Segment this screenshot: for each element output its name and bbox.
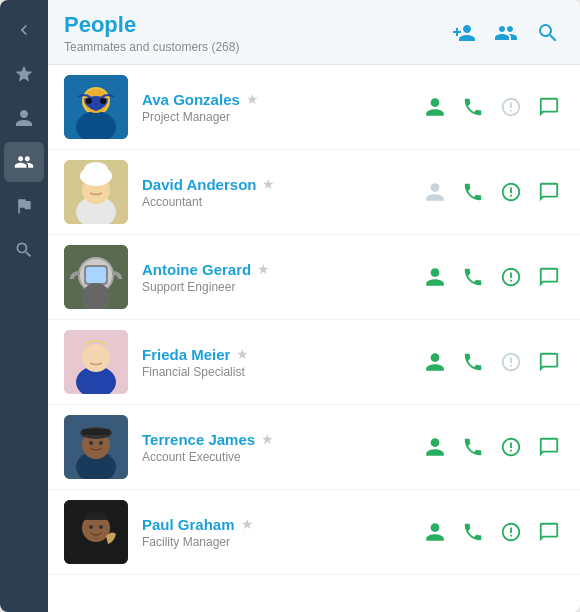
star-icon[interactable]: ★: [262, 176, 275, 192]
person-actions: [420, 262, 564, 292]
person-name-row: Frieda Meier ★: [142, 346, 420, 363]
svg-point-19: [82, 344, 110, 372]
avatar: [64, 75, 128, 139]
chat-icon[interactable]: [534, 347, 564, 377]
person-row[interactable]: Terrence James ★ Account Executive: [48, 405, 580, 490]
chat-icon[interactable]: [534, 92, 564, 122]
chat-icon[interactable]: [534, 177, 564, 207]
sidebar-item-people[interactable]: [4, 142, 44, 182]
person-name: Terrence James: [142, 431, 255, 448]
person-actions: [420, 432, 564, 462]
phone-icon[interactable]: [458, 347, 488, 377]
video-icon[interactable]: [496, 262, 526, 292]
svg-point-26: [99, 441, 103, 445]
person-row[interactable]: Paul Graham ★ Facility Manager: [48, 490, 580, 575]
avatar: [64, 330, 128, 394]
people-list: Ava Gonzales ★ Project Manager: [48, 65, 580, 612]
avatar: [64, 415, 128, 479]
star-icon[interactable]: ★: [246, 91, 259, 107]
star-icon[interactable]: ★: [261, 431, 274, 447]
phone-icon[interactable]: [458, 517, 488, 547]
person-actions: [420, 517, 564, 547]
avatar: [64, 160, 128, 224]
phone-icon[interactable]: [458, 92, 488, 122]
profile-icon[interactable]: [420, 92, 450, 122]
person-name-row: David Anderson ★: [142, 176, 420, 193]
page-subtitle: Teammates and customers (268): [64, 40, 239, 54]
person-name-row: Paul Graham ★: [142, 516, 420, 533]
star-icon[interactable]: ★: [241, 516, 254, 532]
sidebar-item-contacts[interactable]: [4, 98, 44, 138]
video-icon[interactable]: [496, 347, 526, 377]
person-info: Terrence James ★ Account Executive: [142, 431, 420, 464]
person-actions: [420, 177, 564, 207]
svg-point-31: [99, 525, 103, 529]
person-row[interactable]: Ava Gonzales ★ Project Manager: [48, 65, 580, 150]
profile-icon[interactable]: [420, 177, 450, 207]
phone-icon[interactable]: [458, 262, 488, 292]
phone-icon[interactable]: [458, 177, 488, 207]
person-actions: [420, 92, 564, 122]
person-actions: [420, 347, 564, 377]
page-title: People: [64, 12, 239, 38]
person-title: Project Manager: [142, 110, 420, 124]
person-name-row: Ava Gonzales ★: [142, 91, 420, 108]
person-title: Support Engineer: [142, 280, 420, 294]
video-icon[interactable]: [496, 177, 526, 207]
avatar: [64, 245, 128, 309]
sidebar-item-favorites[interactable]: [4, 54, 44, 94]
person-title: Account Executive: [142, 450, 420, 464]
video-icon[interactable]: [496, 92, 526, 122]
person-info: David Anderson ★ Accountant: [142, 176, 420, 209]
svg-point-5: [100, 98, 106, 104]
person-row[interactable]: David Anderson ★ Accountant: [48, 150, 580, 235]
header-title-area: People Teammates and customers (268): [64, 12, 239, 54]
chat-icon[interactable]: [534, 517, 564, 547]
svg-rect-24: [82, 429, 110, 435]
profile-icon[interactable]: [420, 432, 450, 462]
add-person-button[interactable]: [448, 17, 480, 49]
svg-point-10: [84, 162, 108, 178]
svg-rect-15: [86, 267, 106, 283]
svg-point-25: [89, 441, 93, 445]
person-info: Frieda Meier ★ Financial Specialist: [142, 346, 420, 379]
person-row[interactable]: Antoine Gerard ★ Support Engineer: [48, 235, 580, 320]
svg-point-30: [89, 525, 93, 529]
video-icon[interactable]: [496, 517, 526, 547]
header-actions: [448, 17, 564, 49]
main-panel: People Teammates and customers (268): [48, 0, 580, 612]
sidebar-item-search[interactable]: [4, 230, 44, 270]
profile-icon[interactable]: [420, 517, 450, 547]
svg-point-4: [86, 98, 92, 104]
add-group-button[interactable]: [490, 17, 522, 49]
person-row[interactable]: Frieda Meier ★ Financial Specialist: [48, 320, 580, 405]
person-info: Antoine Gerard ★ Support Engineer: [142, 261, 420, 294]
person-name-row: Antoine Gerard ★: [142, 261, 420, 278]
star-icon[interactable]: ★: [236, 346, 249, 362]
person-info: Paul Graham ★ Facility Manager: [142, 516, 420, 549]
person-title: Financial Specialist: [142, 365, 420, 379]
sidebar: [0, 0, 48, 612]
person-name: Ava Gonzales: [142, 91, 240, 108]
person-title: Accountant: [142, 195, 420, 209]
person-name: Antoine Gerard: [142, 261, 251, 278]
person-name-row: Terrence James ★: [142, 431, 420, 448]
sidebar-item-collapse[interactable]: [4, 10, 44, 50]
profile-icon[interactable]: [420, 262, 450, 292]
video-icon[interactable]: [496, 432, 526, 462]
person-title: Facility Manager: [142, 535, 420, 549]
chat-icon[interactable]: [534, 262, 564, 292]
person-name: David Anderson: [142, 176, 256, 193]
sidebar-item-flags[interactable]: [4, 186, 44, 226]
profile-icon[interactable]: [420, 347, 450, 377]
star-icon[interactable]: ★: [257, 261, 270, 277]
chat-icon[interactable]: [534, 432, 564, 462]
person-info: Ava Gonzales ★ Project Manager: [142, 91, 420, 124]
phone-icon[interactable]: [458, 432, 488, 462]
search-button[interactable]: [532, 17, 564, 49]
avatar: [64, 500, 128, 564]
person-name: Frieda Meier: [142, 346, 230, 363]
page-header: People Teammates and customers (268): [48, 0, 580, 65]
person-name: Paul Graham: [142, 516, 235, 533]
